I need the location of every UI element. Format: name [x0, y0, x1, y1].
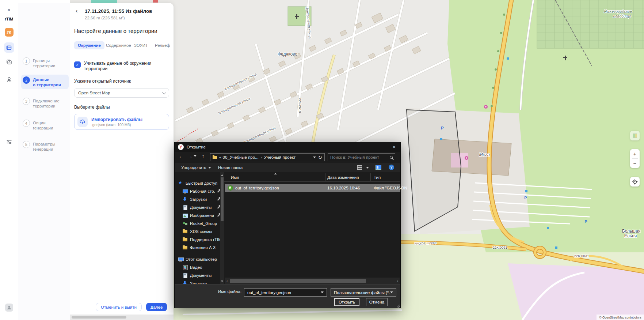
breadcrumb-parent[interactable]: « 00_Учебные про...	[219, 155, 259, 159]
locate-button[interactable]	[630, 177, 640, 187]
tab-relief[interactable]: Рельеф	[151, 41, 174, 49]
close-icon[interactable]: ×	[388, 142, 400, 152]
projects-nav-button[interactable]	[4, 42, 14, 53]
scroll-up-icon[interactable]	[221, 174, 223, 176]
sidebar-item-downloads[interactable]: Загрузки	[175, 196, 220, 203]
sidebar-label: Фамилия А-3	[190, 245, 216, 250]
breadcrumb-current[interactable]: Учебный проект	[264, 155, 296, 159]
sidebar-item-quick-access[interactable]: Быстрый доступ	[175, 180, 220, 187]
column-header-name[interactable]: Имя	[231, 175, 239, 180]
folder-icon	[183, 229, 188, 234]
tab-zouit[interactable]: ЗОУИТ	[130, 41, 152, 49]
sidebar-scrollbar[interactable]	[220, 172, 224, 284]
sidebar-item-documents-2[interactable]: Документы	[175, 272, 220, 279]
step-2-territory-data[interactable]: 2 Данные о территории	[21, 75, 69, 89]
search-input[interactable]: Поиск в: Учебный проект	[328, 153, 395, 161]
collapse-sidebar-button[interactable]: »	[8, 7, 11, 12]
sidebar-item-rocket-group[interactable]: Rocket_Group	[175, 220, 220, 227]
column-header-type[interactable]: Тип	[374, 175, 381, 180]
tab-okruzhenie[interactable]: Окружение	[74, 41, 104, 49]
back-button[interactable]: ‹	[76, 7, 78, 15]
column-divider[interactable]	[370, 173, 371, 181]
column-header-modified[interactable]: Дата изменения	[327, 175, 359, 180]
scroll-right-icon[interactable]: ›	[397, 279, 398, 283]
sidebar-item-this-pc[interactable]: Этот компьютер	[175, 256, 220, 263]
view-mode-dropdown[interactable]	[366, 167, 369, 169]
import-files-dropzone[interactable]: Импортировать файлы .geojson (макс. 100 …	[74, 114, 169, 130]
import-files-label: Импортировать файлы	[91, 117, 142, 122]
address-dropdown-icon[interactable]	[313, 157, 316, 158]
zoom-in-button[interactable]: +	[630, 149, 640, 158]
new-folder-button[interactable]: Новая папка	[218, 165, 243, 170]
users-nav-button[interactable]	[6, 77, 12, 84]
view-mode-icon[interactable]	[357, 165, 362, 170]
chevron-down-icon	[321, 291, 324, 293]
library-nav-button[interactable]	[6, 59, 12, 67]
refresh-icon[interactable]: ↻	[318, 155, 322, 160]
address-bar[interactable]: « 00_Учебные про... › Учебный проект ↻	[210, 153, 325, 161]
chevron-down-icon	[208, 167, 211, 169]
sidebar-item-videos[interactable]: Видео	[175, 264, 220, 271]
sidebar-item-xds[interactable]: XDS схемы	[175, 228, 220, 235]
layers-button[interactable]	[630, 131, 640, 140]
filetype-combobox[interactable]: Пользовательские файлы (*.g	[331, 288, 396, 297]
nav-back-button[interactable]: ←	[178, 153, 185, 159]
folder-icon	[183, 237, 188, 242]
dialog-titlebar[interactable]: Y Открытие ×	[175, 142, 400, 152]
rail-divider	[4, 107, 14, 107]
sidebar-item-desktop[interactable]: Рабочий сто.	[175, 188, 220, 195]
step-1-territory-borders[interactable]: 1 Границы территории	[21, 56, 69, 70]
resize-grip[interactable]	[397, 305, 400, 308]
step-4-generation-options[interactable]: 4 Опции генерации	[21, 118, 69, 132]
filetype-value: Пользовательские файлы (*.g	[334, 290, 390, 295]
map-parking-p3: P	[584, 219, 587, 224]
open-button[interactable]: Открыть	[334, 298, 359, 306]
dialog-command-bar: Упорядочить Новая папка ?	[175, 163, 400, 172]
file-row-selected[interactable]: out_of_territory.geojson 16.10.2025 10:4…	[225, 184, 400, 192]
next-button[interactable]: Далее	[146, 303, 167, 311]
nav-forward-button[interactable]: →	[186, 153, 194, 159]
sidebar-item-documents[interactable]: Документы	[175, 204, 220, 211]
zoom-controls: + −	[630, 149, 640, 168]
sidebar-label: Рабочий сто.	[190, 189, 215, 193]
step-1-number: 1	[23, 57, 30, 65]
step-3-number: 3	[23, 98, 30, 105]
column-divider[interactable]	[325, 173, 325, 181]
crosshair-icon	[632, 179, 638, 185]
file-list-hscrollbar[interactable]: ‹ ›	[225, 278, 400, 284]
map-attribution[interactable]: © OpenStreetMap contributors	[597, 315, 644, 320]
sidebar-item-familia[interactable]: Фамилия А-3	[175, 244, 220, 251]
sidebar-scrollbar-thumb[interactable]	[221, 177, 224, 221]
tab-soderzhimoe[interactable]: Содержимое	[102, 41, 135, 49]
document-icon	[183, 273, 188, 278]
surroundings-checkbox[interactable]: ✓	[74, 61, 81, 68]
organize-menu-button[interactable]: Упорядочить	[181, 165, 211, 170]
sidebar-item-support[interactable]: Поддержка rTIM	[175, 236, 220, 243]
map-label-fedyakovo: Федяково	[278, 52, 297, 57]
step-5-generation-params[interactable]: 5 Параметры генерации	[21, 139, 69, 154]
nav-up-button[interactable]: ↑	[199, 153, 207, 159]
sidebar-label: XDS схемы	[190, 229, 212, 234]
profile-avatar-button[interactable]	[5, 304, 13, 312]
cancel-exit-button[interactable]: Отменить и выйти	[96, 303, 142, 311]
video-icon	[183, 265, 188, 270]
sidebar-item-pictures[interactable]: Изображени	[175, 212, 220, 219]
step-3-territory-connection[interactable]: 3 Подключение территории	[21, 96, 69, 110]
file-list-header: Имя Дата изменения Тип	[224, 172, 400, 182]
computer-icon	[178, 257, 183, 261]
open-source-select[interactable]: Open Street Map	[74, 88, 169, 98]
hscrollbar-thumb[interactable]	[230, 279, 366, 283]
settings-nav-button[interactable]	[6, 139, 12, 147]
user-avatar[interactable]: УК	[5, 28, 14, 37]
person-filled-icon	[7, 305, 11, 310]
scroll-down-icon[interactable]	[221, 281, 223, 282]
filename-combobox[interactable]: out_of_territory.geojson	[244, 288, 327, 297]
preview-pane-icon[interactable]	[376, 165, 381, 170]
panel-scrollbar-thumb[interactable]	[72, 316, 126, 319]
cancel-button[interactable]: Отмена	[366, 298, 388, 306]
zoom-out-button[interactable]: −	[630, 159, 640, 168]
panel-scrollbar[interactable]	[70, 315, 174, 320]
app-rail: » rTIM УК	[0, 0, 18, 320]
help-icon[interactable]: ?	[389, 165, 394, 170]
scroll-left-icon[interactable]: ‹	[226, 279, 228, 283]
